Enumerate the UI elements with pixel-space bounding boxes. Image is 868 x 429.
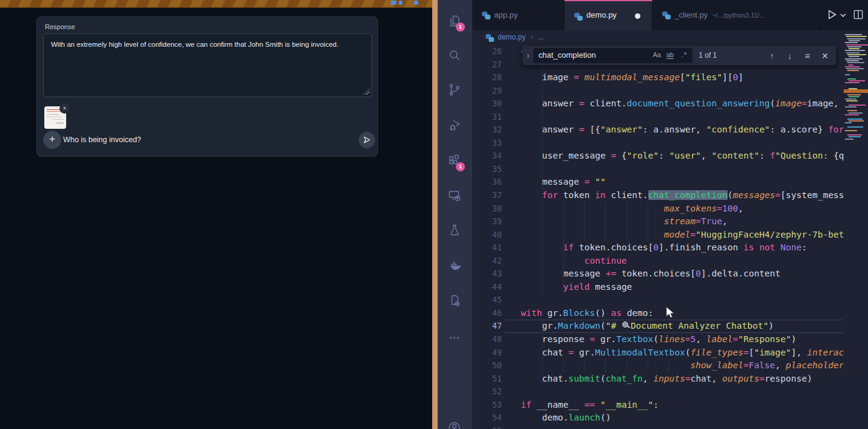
gradio-app-card: Response With an extremely high level of… — [36, 16, 378, 157]
line-number: 41 — [472, 241, 502, 255]
line-number: 49 — [472, 346, 502, 360]
search-icon — [447, 48, 462, 63]
code-line: 44 yield message — [472, 281, 868, 294]
response-label: Response — [45, 23, 75, 30]
browser-toolbar-edge — [0, 0, 432, 8]
tab-demo-py[interactable]: demo.py — [565, 0, 653, 30]
code-line: 55 — [472, 425, 868, 429]
minimap-search-match-band — [844, 89, 868, 93]
breadcrumb-symbol[interactable]: ... — [538, 33, 544, 41]
activity-bar-item-extensions[interactable]: 1 — [438, 146, 472, 176]
source-control-icon — [447, 83, 462, 97]
line-number: 52 — [472, 385, 502, 399]
line-number: 31 — [472, 111, 502, 124]
indent-guide — [563, 359, 564, 372]
activity-bar-item-account[interactable] — [438, 414, 472, 429]
tab-path-hint: ~/.../python3.11/... — [712, 12, 765, 19]
response-textarea[interactable]: With an extremely high level of confiden… — [43, 33, 372, 97]
code-line: 29 — [472, 84, 868, 98]
code-line: 49 chat = gr.MultimodalTextbox(file_type… — [472, 346, 868, 360]
activity-bar: 11 — [438, 0, 472, 429]
line-number: 35 — [472, 163, 502, 176]
find-match-count: 1 of 1 — [699, 51, 717, 60]
activity-bar-item-remote-explorer[interactable] — [438, 181, 472, 210]
python-file-icon — [486, 34, 494, 42]
code-line: 32 answer = [{"answer": a.answer, "confi… — [472, 123, 868, 137]
editor-actions — [820, 0, 868, 30]
modified-dot-icon[interactable] — [635, 13, 640, 19]
minimap[interactable] — [844, 30, 868, 429]
code-line: 47 gr.Markdown("# Document Analyzer Chat… — [472, 320, 868, 333]
page-root: Response With an extremely high level of… — [0, 0, 868, 429]
add-file-button[interactable]: + — [43, 131, 61, 149]
activity-bar-item-run-and-debug[interactable] — [438, 111, 472, 140]
toolbar-icon-fragment — [399, 1, 402, 5]
docker-icon — [447, 258, 462, 273]
activity-badge: 1 — [456, 162, 465, 171]
code-line: 36 message = "" — [472, 176, 868, 189]
line-number: 34 — [472, 149, 502, 163]
split-editor-icon[interactable] — [852, 9, 864, 21]
attachment-close-icon[interactable]: × — [59, 103, 70, 114]
line-number: 40 — [472, 228, 502, 242]
line-number: 44 — [472, 281, 502, 294]
line-number: 38 — [472, 202, 502, 216]
find-input[interactable]: chat_completion Aa ab .* — [534, 48, 693, 63]
python-file-icon — [574, 13, 583, 21]
send-icon — [362, 136, 371, 145]
chat-input[interactable]: Who is being invoiced? — [63, 136, 141, 144]
tab-app-py[interactable]: app.py — [472, 0, 565, 30]
indent-guide — [668, 359, 669, 372]
line-number: 45 — [472, 293, 502, 307]
line-number: 50 — [472, 359, 502, 372]
tab-label: app.py — [494, 10, 518, 19]
window-divider[interactable] — [432, 0, 438, 429]
tab-client-py[interactable]: _client.py~/.../python3.11/... — [653, 0, 821, 30]
toolbar-icon-fragment — [414, 1, 418, 5]
code-line: 48 response = gr.Textbox(lines=5, label=… — [472, 333, 868, 346]
resize-handle-icon[interactable] — [364, 89, 370, 95]
code-line: 28 image = multimodal_message["files"][0… — [472, 71, 868, 84]
indent-guide — [626, 359, 627, 372]
line-number: 54 — [472, 411, 502, 425]
find-widget: › chat_completion Aa ab .* 1 of 1 ↑ ↓ ≡ … — [522, 46, 836, 66]
tab-label: _client.py~/.../python3.11/... — [674, 10, 765, 19]
code-line: 53if __name__ == "__main__": — [472, 399, 868, 412]
line-number: 28 — [472, 71, 502, 84]
code-line: 37 for token in client.chat_completion(m… — [472, 189, 868, 202]
activity-bar-item-search[interactable] — [438, 41, 472, 70]
code-line: 42 continue — [472, 255, 868, 268]
breadcrumb-file[interactable]: demo.py — [498, 33, 526, 41]
line-number: 53 — [472, 399, 502, 412]
code-line: 30 answer = client.document_question_ans… — [472, 97, 868, 111]
line-number: 26 — [472, 45, 502, 58]
indent-guide — [584, 202, 585, 241]
python-file-icon — [482, 12, 490, 19]
run-dropdown-chevron-icon[interactable] — [839, 12, 847, 18]
line-number: 48 — [472, 333, 502, 346]
activity-bar-item-more-views[interactable] — [438, 324, 472, 353]
cmake-tools-icon — [447, 293, 462, 308]
activity-bar-item-source-control[interactable] — [438, 75, 472, 105]
line-number: 39 — [472, 215, 502, 228]
breadcrumb[interactable]: demo.py › ... — [472, 30, 868, 45]
activity-bar-item-testing[interactable] — [438, 216, 472, 245]
activity-bar-item-docker[interactable] — [438, 251, 472, 280]
match-case-icon[interactable]: Aa — [653, 51, 661, 58]
activity-bar-item-explorer[interactable]: 1 — [438, 7, 472, 36]
run-python-file-icon[interactable] — [826, 9, 838, 21]
find-previous-icon[interactable]: ↑ — [766, 51, 778, 61]
find-next-icon[interactable]: ↓ — [784, 51, 796, 61]
line-number: 47 — [472, 320, 502, 333]
activity-bar-item-cmake-tools[interactable] — [438, 286, 472, 315]
line-number: 37 — [472, 189, 502, 202]
toggle-replace-chevron-icon[interactable]: › — [523, 50, 534, 60]
regex-icon[interactable]: .* — [682, 51, 687, 58]
activity-badge: 1 — [456, 22, 465, 32]
find-close-icon[interactable]: ✕ — [819, 51, 831, 61]
find-in-selection-icon[interactable]: ≡ — [801, 51, 813, 61]
code-area[interactable]: 26de2728 image = multimodal_message["fil… — [472, 45, 868, 429]
whole-word-icon[interactable]: ab — [666, 51, 674, 59]
send-button[interactable] — [359, 132, 375, 148]
line-number: 27 — [472, 58, 502, 72]
